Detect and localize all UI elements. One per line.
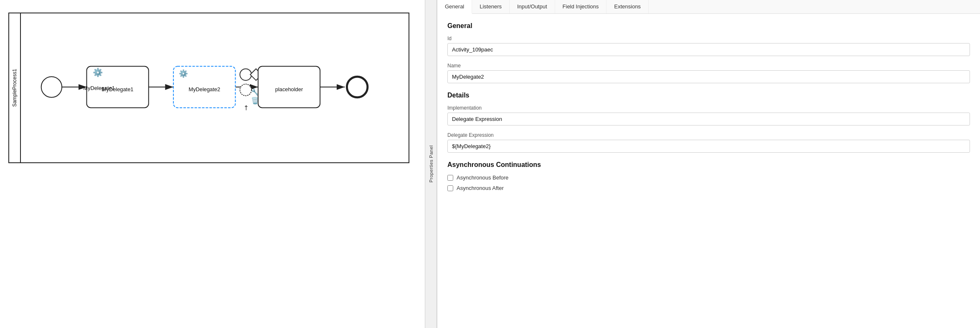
panel-tabs: General Listeners Input/Output Field Inj… [437,0,980,14]
async-after-label: Asynchronous After [457,185,504,191]
name-label: Name [447,63,970,69]
diagram-content[interactable]: ⚙️ MyDelegate1 MyDelegate1 ⚙️ MyDelegate… [21,13,409,162]
async-before-group: Asynchronous Before [447,174,970,181]
tab-input-output[interactable]: Input/Output [510,0,555,13]
tab-general[interactable]: General [437,0,472,14]
section-details-title: Details [447,92,970,99]
async-after-group: Asynchronous After [447,185,970,191]
delegate-expression-input[interactable] [447,140,970,153]
tab-extensions[interactable]: Extensions [607,0,649,13]
async-section: Asynchronous Continuations [447,161,970,169]
field-group-implementation: Implementation [447,105,970,126]
implementation-label: Implementation [447,105,970,111]
bpmn-canvas[interactable]: SampleProcess1 [0,0,437,328]
task2-label: MyDelegate2 [188,86,220,92]
ctx-attach-icon[interactable] [240,84,251,96]
process-label: SampleProcess1 [9,13,21,162]
async-before-label: Asynchronous Before [457,174,508,181]
field-group-id: Id [447,36,970,56]
field-group-delegate-expression: Delegate Expression [447,132,970,153]
id-label: Id [447,36,970,41]
task3-label: placeholder [275,86,303,92]
tab-listeners[interactable]: Listeners [472,0,510,13]
async-before-checkbox[interactable] [447,175,453,181]
task1-label: MyDelegate1 [102,86,134,92]
properties-panel-label-text: Properties Panel [429,145,434,182]
details-section: Details [447,92,970,99]
svg-text:⚙️: ⚙️ [179,69,188,78]
process-label-text: SampleProcess1 [12,69,18,107]
implementation-input[interactable] [447,113,970,126]
section-general-title: General [447,22,970,30]
delegate-expression-label: Delegate Expression [447,132,970,138]
end-event[interactable] [347,77,367,97]
panel-content: General Id Name Details Implementation D… [437,14,980,328]
start-event[interactable] [41,77,62,97]
async-after-checkbox[interactable] [447,185,453,191]
field-group-name: Name [447,63,970,83]
section-async-title: Asynchronous Continuations [447,161,970,169]
id-input[interactable] [447,43,970,56]
svg-text:⚙️: ⚙️ [93,67,103,77]
bpmn-diagram: SampleProcess1 [8,13,409,163]
tab-field-injections[interactable]: Field Injections [555,0,607,13]
canvas-area: SampleProcess1 [0,0,437,328]
ctx-connect-icon[interactable]: ↗ [241,103,250,112]
properties-panel-toggle[interactable]: Properties Panel [425,0,437,328]
name-input[interactable] [447,70,970,83]
properties-panel: General Listeners Input/Output Field Inj… [437,0,980,328]
diagram-svg: ⚙️ MyDelegate1 MyDelegate1 ⚙️ MyDelegate… [21,13,409,162]
